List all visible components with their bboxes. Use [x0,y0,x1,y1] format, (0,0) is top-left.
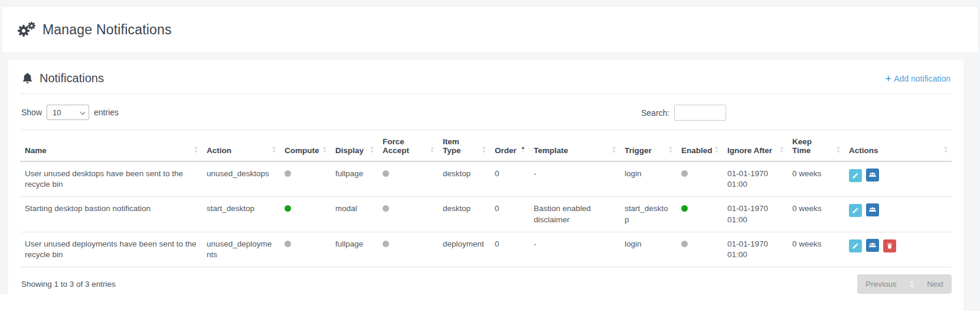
bell-icon [21,72,34,85]
pencil-icon [852,172,859,179]
table-footer: Showing 1 to 3 of 3 entries Previous 1 N… [20,274,952,294]
search-group: Search: [641,105,726,121]
panel-title: Notifications [40,72,104,85]
users-button[interactable] [866,203,879,216]
search-input[interactable] [674,105,726,121]
status-dot-off [681,241,688,247]
status-dot-off [285,241,291,247]
edit-button[interactable] [849,204,862,217]
cell-keep-time: 0 weeks [788,232,844,267]
cell-name: User unused deployments have been sent t… [20,232,202,267]
column-label: Order [495,146,517,155]
column-label: Action [207,146,231,155]
column-header-item-type[interactable]: Item Type▲▼ [438,130,490,162]
cell-force-accept [378,161,438,197]
cell-template: - [529,232,620,267]
cell-order: 0 [490,197,529,232]
cell-template: Bastion enabled disclaimer [529,197,620,232]
cell-display: fullpage [331,161,378,197]
cell-item-type: desktop [438,161,490,197]
bottom-panel-edge [0,294,963,311]
table-controls: Show 10 entries Search: [20,105,952,121]
cell-order: 0 [490,232,529,267]
column-label: Keep Time [792,137,824,155]
next-page-button[interactable]: Next [919,274,952,294]
cell-action: start_desktop [202,197,280,232]
cell-enabled [677,232,723,267]
entries-info: Showing 1 to 3 of 3 entries [20,280,116,289]
column-label: Enabled [681,146,713,155]
table-header-row: Name▲▼Action▲▼Compute▲▼Display▲▼Force Ac… [20,130,952,162]
status-dot-off [383,170,389,177]
entries-label: entries [94,108,119,117]
sort-arrows-icon: ▲▼ [272,145,276,154]
cell-item-type: deployment [438,232,490,267]
cell-name: Starting desktop bastion notification [20,197,202,232]
column-header-compute[interactable]: Compute▲▼ [280,130,331,162]
table-row: Starting desktop bastion notificationsta… [20,197,952,232]
column-header-display[interactable]: Display▲▼ [331,130,378,162]
cell-display: modal [331,197,378,232]
users-button[interactable] [866,239,879,252]
sort-arrows-icon: ▲▼ [668,145,673,154]
page-size-group: Show 10 entries [21,105,119,120]
cell-trigger: login [620,161,677,197]
delete-button[interactable] [883,239,896,252]
panel-title-group: Notifications [21,72,104,85]
table-body: User unused desktops have been sent to t… [20,161,952,267]
cell-compute [280,161,331,197]
sort-arrows-icon: ▲▼ [521,145,525,154]
notifications-panel: Notifications + Add notification Show 10… [8,60,963,304]
column-header-enabled[interactable]: Enabled▲▼ [677,130,723,162]
sort-arrows-icon: ▲▼ [322,145,327,154]
edit-button[interactable] [849,239,862,252]
column-label: Trigger [625,146,652,155]
search-label: Search: [641,108,669,118]
sort-arrows-icon: ▲▼ [836,145,841,154]
gears-icon [17,21,35,38]
cell-item-type: desktop [438,197,490,232]
column-header-order[interactable]: Order▲▼ [490,130,529,162]
current-page-button[interactable]: 1 [905,274,919,294]
column-header-force-accept[interactable]: Force Accept▲▼ [378,130,438,162]
users-icon [868,171,877,179]
sort-arrows-icon: ▲▼ [370,145,374,154]
cell-actions [844,161,952,197]
cell-compute [280,232,331,267]
status-dot-on [285,205,291,212]
status-dot-on [681,205,688,212]
table-row: User unused desktops have been sent to t… [20,161,952,197]
column-label: Force Accept [383,137,414,155]
column-header-actions[interactable]: Actions▲▼ [844,130,952,162]
column-header-action[interactable]: Action▲▼ [202,130,280,162]
column-header-trigger[interactable]: Trigger▲▼ [620,130,677,162]
status-dot-off [681,170,688,177]
users-button[interactable] [866,169,879,182]
cell-template: - [529,161,620,197]
column-header-ignore-after[interactable]: Ignore After▲▼ [723,130,788,162]
top-title-bar: Manage Notifications [2,7,978,52]
status-dot-off [383,241,389,247]
page-title: Manage Notifications [43,22,172,38]
trash-icon [886,242,893,250]
plus-icon: + [886,74,891,83]
status-dot-off [383,205,389,212]
add-notification-button[interactable]: + Add notification [886,74,950,83]
edit-button[interactable] [849,169,862,182]
sort-arrows-icon: ▲▼ [482,145,486,154]
pencil-icon [852,207,859,214]
column-header-keep-time[interactable]: Keep Time▲▼ [788,130,844,162]
previous-page-button[interactable]: Previous [857,274,905,294]
cell-display: fullpage [331,232,378,267]
page-size-select[interactable]: 10 [47,105,89,120]
cell-action: unused_deployments [202,232,280,267]
column-header-name[interactable]: Name▲▼ [20,130,202,162]
sort-arrows-icon: ▲▼ [612,145,616,154]
show-label: Show [21,108,42,117]
column-header-template[interactable]: Template▲▼ [529,130,620,162]
cell-force-accept [378,232,438,267]
sort-arrows-icon: ▲▼ [714,145,719,154]
pagination: Previous 1 Next [857,274,952,294]
panel-header: Notifications + Add notification [20,69,952,94]
column-label: Template [534,146,568,155]
